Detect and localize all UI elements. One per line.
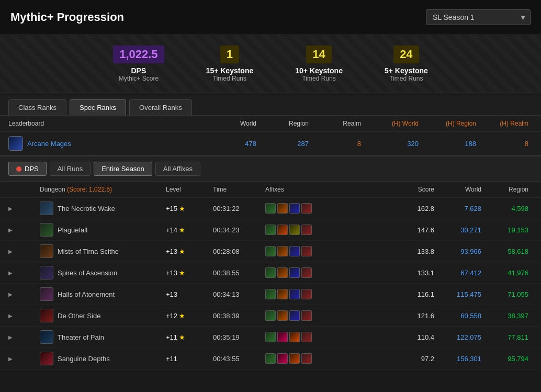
col-region-d: Region xyxy=(486,186,533,193)
expand-icon[interactable]: ▶ xyxy=(8,270,13,276)
dungeon-region[interactable]: 77,811 xyxy=(486,333,533,341)
stat-15-keystone: 1 15+ Keystone Timed Runs xyxy=(206,46,254,82)
tab-all-runs[interactable]: All Runs xyxy=(50,162,91,176)
dungeon-region[interactable]: 95,794 xyxy=(486,355,533,363)
affix-explosive-icon xyxy=(289,353,300,364)
table-row: ▶Sanguine Depths+11 00:43:5597.2156,3019… xyxy=(0,348,541,369)
affix-fortified-icon xyxy=(265,353,276,364)
dungeon-name[interactable]: Mists of Tirna Scithe xyxy=(58,248,119,255)
season-select[interactable]: SL Season 1 xyxy=(426,9,531,25)
dungeon-score: 97.2 xyxy=(391,355,438,363)
affix-fortified-icon xyxy=(265,332,276,342)
dungeon-affixes xyxy=(265,353,391,364)
col-score: Score xyxy=(391,186,438,193)
dungeon-score: 133.8 xyxy=(391,248,438,255)
affix-explosive-icon xyxy=(289,332,300,342)
dungeon-name[interactable]: Theater of Pain xyxy=(58,333,104,341)
dungeon-world[interactable]: 30,271 xyxy=(438,226,486,234)
dungeon-name[interactable]: Halls of Atonement xyxy=(58,290,115,298)
spec-name-label[interactable]: Arcane Mages xyxy=(27,140,71,148)
dungeon-icon xyxy=(40,201,53,215)
dungeon-level: +14 ★ xyxy=(166,226,213,234)
lb-world[interactable]: 478 xyxy=(208,140,261,148)
affix-tyrannical-icon xyxy=(301,353,312,364)
affix-volcanic-icon xyxy=(277,203,288,214)
dungeon-world[interactable]: 93,966 xyxy=(438,248,486,255)
lb-h-realm[interactable]: 8 xyxy=(480,140,533,148)
tab-all-affixes[interactable]: All Affixes xyxy=(155,162,200,176)
expand-icon[interactable]: ▶ xyxy=(8,206,13,211)
lb-h-region[interactable]: 188 xyxy=(423,140,480,148)
table-row: ▶Halls of Atonement+13 00:34:13116.1115,… xyxy=(0,284,541,305)
dps-dot-icon xyxy=(16,166,21,172)
col-h-realm: (H) Realm xyxy=(480,120,533,127)
tab-entire-season[interactable]: Entire Season xyxy=(94,162,152,176)
dungeon-icon xyxy=(40,266,53,279)
stat-score: 1,022.5 DPS Mythic+ Score xyxy=(113,46,164,82)
page-header: Mythic+ Progression SL Season 1 ▼ xyxy=(0,0,541,35)
dungeon-affixes xyxy=(265,332,391,342)
affix-explosive-icon xyxy=(277,225,288,235)
dungeon-affixes xyxy=(265,267,391,278)
dungeon-icon xyxy=(40,309,53,322)
dungeon-level: +11 xyxy=(166,355,213,363)
tab-class-ranks[interactable]: Class Ranks xyxy=(8,99,66,115)
dungeon-score: 116.1 xyxy=(391,290,438,298)
dungeon-region[interactable]: 58,618 xyxy=(486,248,533,255)
affix-tyrannical-icon xyxy=(301,225,312,235)
keystone5-value: 24 xyxy=(393,46,419,63)
dungeon-affixes xyxy=(265,225,391,235)
lb-realm[interactable]: 8 xyxy=(313,140,365,148)
lb-region[interactable]: 287 xyxy=(261,140,313,148)
dungeon-name[interactable]: Spires of Ascension xyxy=(58,269,117,277)
dungeon-level: +12 ★ xyxy=(166,312,213,320)
dungeon-affixes xyxy=(265,289,391,299)
dungeon-name[interactable]: The Necrotic Wake xyxy=(58,205,115,212)
dungeon-region[interactable]: 19,153 xyxy=(486,226,533,234)
lb-h-world[interactable]: 320 xyxy=(365,140,423,148)
leaderboard-row: Arcane Mages 478 287 8 320 188 8 xyxy=(0,132,541,155)
dungeon-time: 00:35:19 xyxy=(213,333,265,341)
season-selector-wrap: SL Season 1 ▼ xyxy=(426,9,531,25)
keystone10-value: 14 xyxy=(306,46,331,63)
dungeon-world[interactable]: 60,558 xyxy=(438,312,486,320)
dungeon-region[interactable]: 38,397 xyxy=(486,312,533,320)
page-title: Mythic+ Progression xyxy=(10,10,124,24)
expand-icon[interactable]: ▶ xyxy=(8,356,13,362)
tab-spec-ranks[interactable]: Spec Ranks xyxy=(70,99,126,115)
stat-5-keystone: 24 5+ Keystone Timed Runs xyxy=(385,46,428,82)
score-value: 1,022.5 xyxy=(113,46,164,63)
dungeon-world[interactable]: 122,075 xyxy=(438,333,486,341)
dungeon-world[interactable]: 7,628 xyxy=(438,205,486,212)
dungeon-name[interactable]: Sanguine Depths xyxy=(58,355,110,363)
dungeon-affixes xyxy=(265,246,391,256)
dungeon-name[interactable]: Plaguefall xyxy=(58,226,87,234)
tab-dps[interactable]: DPS xyxy=(8,162,47,176)
dungeon-region[interactable]: 41,976 xyxy=(486,269,533,277)
col-h-world: (H) World xyxy=(365,120,423,127)
dungeon-world[interactable]: 115,475 xyxy=(438,290,486,298)
table-row: ▶Mists of Tirna Scithe+13 ★00:28:08133.8… xyxy=(0,241,541,262)
dungeon-region[interactable]: 71,055 xyxy=(486,290,533,298)
affix-fortified-icon xyxy=(265,267,276,278)
tab-overall-ranks[interactable]: Overall Ranks xyxy=(129,99,192,115)
table-row: ▶Theater of Pain+11 ★00:35:19110.4122,07… xyxy=(0,327,541,348)
expand-icon[interactable]: ▶ xyxy=(8,313,13,319)
affix-necrotic-icon xyxy=(289,225,300,235)
dungeon-name[interactable]: De Other Side xyxy=(58,312,100,320)
expand-icon[interactable]: ▶ xyxy=(8,249,13,254)
dungeon-score: 162.8 xyxy=(391,205,438,212)
expand-icon[interactable]: ▶ xyxy=(8,292,13,297)
expand-icon[interactable]: ▶ xyxy=(8,334,13,340)
table-row: ▶Spires of Ascension+13 ★00:38:55133.167… xyxy=(0,262,541,284)
keystone5-sub: Timed Runs xyxy=(385,75,428,82)
table-row: ▶The Necrotic Wake+15 ★00:31:22162.87,62… xyxy=(0,198,541,219)
dungeon-score: 147.6 xyxy=(391,226,438,234)
expand-icon[interactable]: ▶ xyxy=(8,227,13,233)
dungeon-world[interactable]: 67,412 xyxy=(438,269,486,277)
dungeon-score: 110.4 xyxy=(391,333,438,341)
dungeon-region[interactable]: 4,598 xyxy=(486,205,533,212)
col-h-region: (H) Region xyxy=(423,120,480,127)
affix-fortified-icon xyxy=(265,246,276,256)
dungeon-world[interactable]: 156,301 xyxy=(438,355,486,363)
